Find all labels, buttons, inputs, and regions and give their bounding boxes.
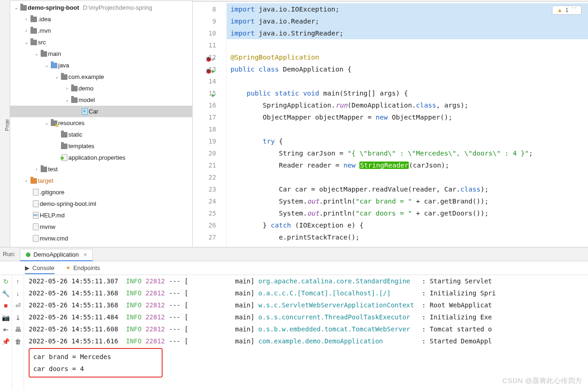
tree-car[interactable]: Car bbox=[10, 106, 192, 117]
pin-icon[interactable]: 📌 bbox=[2, 338, 10, 345]
tree-idea[interactable]: ›.idea bbox=[10, 13, 192, 25]
tree-model[interactable]: ⌄model bbox=[10, 94, 192, 106]
exit-icon[interactable]: ⇤ bbox=[3, 326, 9, 333]
run-tool-col-1: ↻ 🔧 ■ 📷 ⇤ 📌 bbox=[0, 275, 12, 390]
tree-iml[interactable]: demo-spring-boot.iml bbox=[10, 198, 192, 210]
tree-test[interactable]: ›test bbox=[10, 163, 192, 175]
scroll-icon[interactable]: ⤓ bbox=[15, 314, 21, 321]
left-rail: Proje bbox=[0, 0, 10, 247]
tree-templates[interactable]: templates bbox=[10, 140, 192, 152]
down-icon[interactable]: ↓ bbox=[16, 290, 19, 297]
watermark: CSDN @愿将此心传四方 bbox=[503, 377, 582, 385]
project-tree: ⌄demo-spring-bootD:\myProject\demo-sprin… bbox=[10, 0, 193, 247]
subtab-endpoints[interactable]: ✦Endpoints bbox=[66, 264, 100, 271]
wrap-icon[interactable]: ⏎ bbox=[15, 302, 21, 309]
tree-demo[interactable]: ›demo bbox=[10, 83, 192, 94]
close-icon[interactable]: × bbox=[84, 251, 87, 258]
tree-mvnw[interactable]: mvnw bbox=[10, 221, 192, 233]
editor: 89101112🐞✔13🐞▶1415▶161718192021222324252… bbox=[193, 0, 588, 247]
tree-main[interactable]: ⌄main bbox=[10, 48, 192, 60]
camera-icon[interactable]: 📷 bbox=[2, 314, 10, 321]
tree-src[interactable]: ⌄src bbox=[10, 36, 192, 48]
tree-pkg[interactable]: ⌄com.example bbox=[10, 71, 192, 83]
print-icon[interactable]: 🖶 bbox=[15, 326, 21, 333]
tree-java[interactable]: ⌄java bbox=[10, 60, 192, 71]
run-tab-label: DemoApplication bbox=[33, 251, 79, 258]
warning-nav: ˆ ˇ bbox=[571, 7, 576, 13]
inspection-pill[interactable]: ▲ 1 ˆ ˇ bbox=[552, 6, 582, 15]
code-area[interactable]: import java.io.IOException;import java.i… bbox=[227, 2, 588, 247]
console-icon: ▶ bbox=[25, 264, 30, 271]
warning-icon: ▲ bbox=[557, 7, 563, 13]
stop-icon[interactable]: ■ bbox=[4, 302, 7, 309]
tree-target[interactable]: ›target bbox=[10, 175, 192, 186]
tree-static[interactable]: static bbox=[10, 129, 192, 140]
run-panel: Run: DemoApplication × ▶Console ✦Endpoin… bbox=[0, 247, 588, 390]
gutter: 89101112🐞✔13🐞▶1415▶161718192021222324252… bbox=[193, 2, 227, 247]
endpoints-icon: ✦ bbox=[66, 264, 71, 271]
trash-icon[interactable]: 🗑 bbox=[15, 338, 21, 345]
tree-root[interactable]: ⌄demo-spring-bootD:\myProject\demo-sprin… bbox=[10, 2, 192, 13]
tree-root-path: D:\myProject\demo-spring bbox=[83, 4, 152, 11]
run-status-icon bbox=[26, 252, 30, 257]
rail-project[interactable]: Proje bbox=[4, 119, 10, 131]
warning-count: 1 bbox=[565, 7, 569, 13]
tree-root-name: demo-spring-boot bbox=[28, 4, 79, 11]
tree-help[interactable]: HELP.md bbox=[10, 210, 192, 221]
run-tab-demoapp[interactable]: DemoApplication × bbox=[20, 249, 93, 261]
tree-mvn[interactable]: ›.mvn bbox=[10, 25, 192, 36]
tree-gitignore[interactable]: .gitignore bbox=[10, 186, 192, 198]
run-label: Run: bbox=[3, 251, 15, 258]
up-icon[interactable]: ↑ bbox=[16, 278, 19, 285]
run-tool-col-2: ↑ ↓ ⏎ ⤓ 🖶 🗑 bbox=[12, 275, 24, 390]
tree-mvnwcmd[interactable]: mvnw.cmd bbox=[10, 233, 192, 244]
rerun-icon[interactable]: ↻ bbox=[3, 278, 9, 285]
subtab-console[interactable]: ▶Console bbox=[25, 264, 55, 274]
tree-resources[interactable]: ⌄resources bbox=[10, 117, 192, 129]
wrench-icon[interactable]: 🔧 bbox=[2, 290, 10, 297]
console-output[interactable]: 2022-05-26 14:55:11.307 INFO 22812 --- [… bbox=[24, 275, 588, 390]
tree-appprops[interactable]: application.properties bbox=[10, 152, 192, 163]
